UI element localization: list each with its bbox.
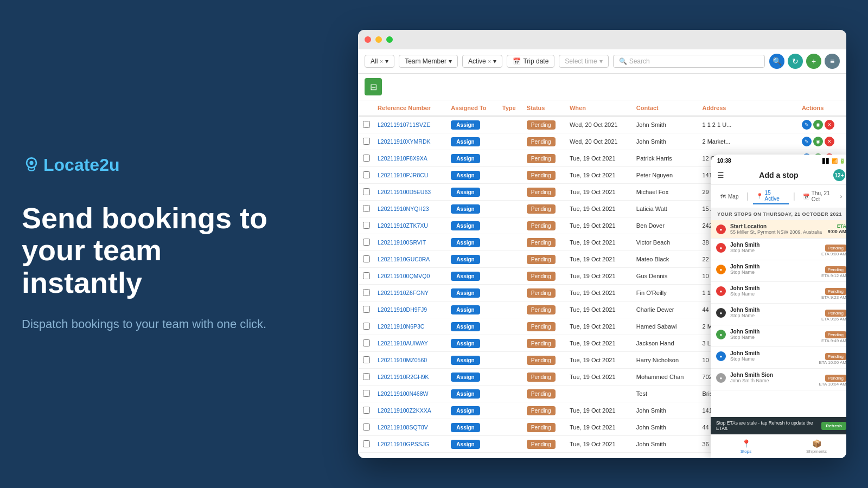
assign-button[interactable]: Assign (451, 305, 480, 314)
nav-shipments[interactable]: 📦 Shipments (781, 439, 846, 454)
filter-select-time[interactable]: Select time ▾ (559, 55, 608, 68)
row-checkbox[interactable] (363, 222, 370, 229)
row-when: Tue, 19 Oct 2021 (566, 268, 633, 285)
row-checkbox[interactable] (363, 239, 370, 246)
stop-dot: ● (716, 330, 726, 339)
filter-all-chip[interactable]: All × ▾ (365, 55, 394, 68)
assign-button[interactable]: Assign (451, 389, 480, 399)
col-when[interactable]: When (566, 100, 633, 116)
assign-button[interactable]: Assign (451, 154, 480, 163)
row-status: Pending (524, 318, 566, 335)
filter-active-chip[interactable]: Active × ▾ (462, 55, 503, 68)
stop-name: John Smith (730, 242, 817, 248)
traffic-light-yellow[interactable] (375, 36, 382, 43)
assign-button[interactable]: Assign (451, 188, 480, 197)
col-status[interactable]: Status (524, 100, 566, 116)
assign-button[interactable]: Assign (451, 204, 480, 214)
row-checkbox[interactable] (363, 121, 370, 128)
row-checkbox[interactable] (363, 188, 370, 195)
col-assigned[interactable]: Assigned To (448, 100, 499, 116)
search-box[interactable]: 🔍 Search (613, 55, 765, 68)
stop-info: John Smith Stop Name (730, 285, 817, 297)
assign-button[interactable]: Assign (451, 137, 480, 146)
col-type[interactable]: Type (499, 100, 524, 116)
settings-action-button[interactable]: ≡ (825, 54, 840, 69)
row-checkbox[interactable] (363, 289, 370, 296)
row-checkbox[interactable] (363, 255, 370, 262)
row-checkbox-cell (358, 268, 374, 285)
edit-icon[interactable]: ✎ (802, 120, 812, 130)
assign-button[interactable]: Assign (451, 322, 480, 331)
assign-button[interactable]: Assign (451, 440, 480, 449)
chevron-right-icon: › (840, 194, 842, 200)
ref-number-text: L20211910PJR8CU (378, 172, 428, 178)
delete-icon[interactable]: ✕ (825, 137, 834, 146)
view-icon[interactable]: ◉ (813, 137, 823, 146)
row-checkbox[interactable] (363, 306, 370, 313)
filter-trip-date[interactable]: 📅 Trip date (507, 55, 554, 68)
row-action-buttons: ✎ ◉ ✕ (802, 120, 843, 130)
row-assigned: Assign (448, 150, 499, 167)
filter-active-close[interactable]: × (488, 59, 492, 65)
assign-button[interactable]: Assign (451, 423, 480, 432)
tab-map[interactable]: 🗺 Map (717, 192, 742, 201)
assign-button[interactable]: Assign (451, 373, 480, 382)
assign-button[interactable]: Assign (451, 238, 480, 247)
assign-button[interactable]: Assign (451, 255, 480, 264)
stop-eta: ETA 10:00 AM (819, 360, 846, 365)
row-when: Tue, 19 Oct 2021 (566, 419, 633, 436)
export-button[interactable]: ⊟ (365, 78, 382, 95)
row-checkbox[interactable] (363, 272, 370, 279)
traffic-light-green[interactable] (386, 36, 393, 43)
delete-icon[interactable]: ✕ (825, 120, 834, 130)
row-checkbox[interactable] (363, 373, 370, 380)
row-checkbox[interactable] (363, 205, 370, 212)
assign-button[interactable]: Assign (451, 288, 480, 298)
filter-team-member[interactable]: Team Member ▾ (399, 55, 458, 68)
row-checkbox-cell (358, 116, 374, 133)
row-checkbox[interactable] (363, 407, 370, 414)
col-address[interactable]: Address (699, 100, 798, 116)
assign-button[interactable]: Assign (451, 339, 480, 348)
tab-active[interactable]: 📍 15 Active (753, 188, 789, 204)
assign-button[interactable]: Assign (451, 272, 480, 281)
status-badge: Pending (527, 154, 556, 163)
col-contact[interactable]: Contact (633, 100, 699, 116)
row-checkbox[interactable] (363, 440, 370, 447)
col-reference[interactable]: Reference Number (374, 100, 448, 116)
row-checkbox[interactable] (363, 356, 370, 363)
assign-button[interactable]: Assign (451, 171, 480, 180)
row-contact: Fin O'Reilly (633, 285, 699, 301)
stop-sub: Stop Name (730, 291, 817, 297)
map-icon: 🗺 (720, 194, 726, 200)
row-checkbox[interactable] (363, 339, 370, 346)
hamburger-icon[interactable]: ☰ (717, 171, 724, 179)
row-assigned: Assign (448, 335, 499, 352)
refresh-action-button[interactable]: ↻ (788, 54, 803, 69)
view-icon[interactable]: ◉ (813, 120, 823, 130)
tab-date[interactable]: 📅 Thu, 21 Oct › (800, 189, 845, 204)
row-checkbox[interactable] (363, 423, 370, 431)
row-checkbox[interactable] (363, 323, 370, 330)
row-checkbox[interactable] (363, 155, 370, 162)
row-type (499, 167, 524, 184)
assign-button[interactable]: Assign (451, 120, 480, 130)
row-checkbox[interactable] (363, 138, 370, 145)
stop-status-badge: Pending (825, 331, 846, 338)
nav-stops[interactable]: 📍 Stops (711, 439, 781, 454)
search-action-button[interactable]: 🔍 (769, 54, 784, 69)
row-checkbox[interactable] (363, 390, 370, 397)
row-checkbox[interactable] (363, 171, 370, 178)
refresh-button[interactable]: Refresh (821, 422, 846, 430)
row-ref: L20211910ZTK7XU (374, 217, 448, 234)
edit-icon[interactable]: ✎ (802, 137, 812, 146)
row-when: Wed, 20 Oct 2021 (566, 133, 633, 150)
assign-button[interactable]: Assign (451, 356, 480, 365)
stop-status-badge: Pending (825, 266, 846, 273)
assign-button[interactable]: Assign (451, 221, 480, 230)
assign-button[interactable]: Assign (451, 406, 480, 415)
traffic-light-red[interactable] (365, 36, 371, 43)
add-action-button[interactable]: + (806, 54, 821, 69)
row-type (499, 301, 524, 318)
filter-all-close[interactable]: × (380, 59, 383, 65)
